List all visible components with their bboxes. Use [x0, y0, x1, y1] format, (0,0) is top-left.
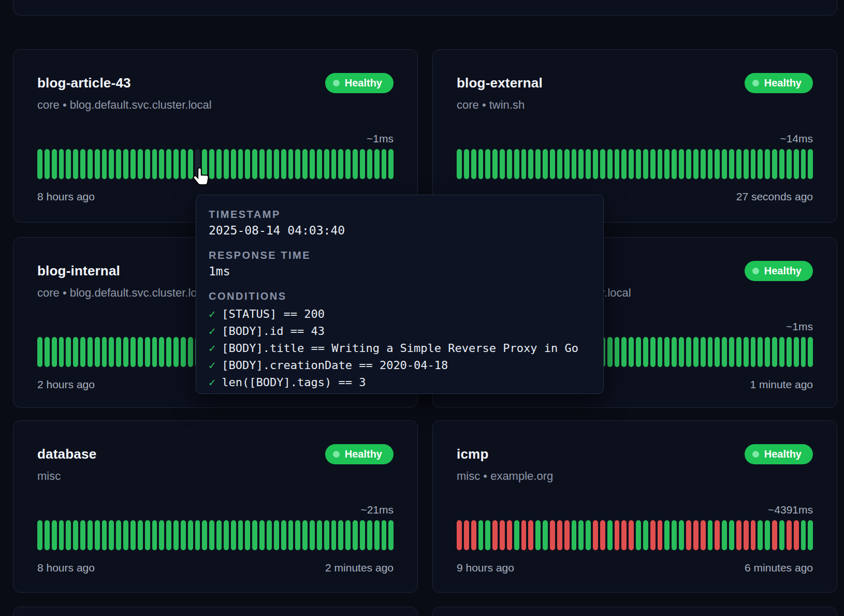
uptime-bar-success[interactable] [173, 520, 179, 550]
uptime-bar-success[interactable] [130, 520, 136, 550]
uptime-bar-failure[interactable] [751, 520, 756, 550]
uptime-bar-success[interactable] [808, 149, 813, 179]
uptime-bar-success[interactable] [45, 520, 50, 550]
uptime-bar-failure[interactable] [550, 520, 555, 550]
uptime-bar-success[interactable] [388, 520, 394, 550]
uptime-bar-success[interactable] [686, 149, 691, 179]
uptime-bar-success[interactable] [102, 149, 107, 179]
uptime-bar-failure[interactable] [794, 520, 799, 550]
uptime-bar-success[interactable] [166, 520, 171, 550]
uptime-bar-success[interactable] [578, 149, 584, 179]
uptime-bar-success[interactable] [123, 337, 128, 367]
uptime-bar-success[interactable] [679, 149, 684, 179]
uptime-bar-success[interactable] [173, 337, 179, 367]
uptime-bar-success[interactable] [202, 520, 207, 550]
uptime-bars[interactable] [37, 149, 394, 179]
uptime-bar-success[interactable] [159, 149, 164, 179]
uptime-bar-success[interactable] [471, 149, 476, 179]
uptime-bar-success[interactable] [288, 149, 294, 179]
uptime-bar-success[interactable] [310, 520, 315, 550]
uptime-bar-success[interactable] [338, 149, 343, 179]
uptime-bar-failure[interactable] [621, 520, 627, 550]
uptime-bar-success[interactable] [209, 520, 214, 550]
uptime-bar-success[interactable] [751, 149, 756, 179]
uptime-bar-failure[interactable] [650, 520, 656, 550]
uptime-bar-success[interactable] [779, 149, 784, 179]
uptime-bar-success[interactable] [52, 520, 57, 550]
uptime-bar-success[interactable] [621, 337, 627, 367]
uptime-bar-success[interactable] [564, 149, 570, 179]
uptime-bar-success[interactable] [744, 149, 749, 179]
uptime-bars[interactable] [457, 149, 813, 179]
uptime-bar-success[interactable] [388, 149, 394, 179]
uptime-bar-success[interactable] [123, 149, 128, 179]
uptime-bar-success[interactable] [765, 520, 770, 550]
uptime-bar-failure[interactable] [701, 520, 706, 550]
uptime-bar-failure[interactable] [521, 520, 527, 550]
uptime-bar-success[interactable] [73, 337, 78, 367]
uptime-bar-success[interactable] [181, 149, 186, 179]
uptime-bar-failure[interactable] [736, 520, 741, 550]
uptime-bar-success[interactable] [801, 337, 806, 367]
uptime-bar-success[interactable] [80, 149, 85, 179]
uptime-bar-success[interactable] [779, 337, 784, 367]
uptime-bar-success[interactable] [281, 149, 286, 179]
uptime-bar-success[interactable] [181, 520, 186, 550]
uptime-bar-success[interactable] [37, 149, 42, 179]
service-card-database[interactable]: database Healthy misc ~21ms 8 hours ago … [13, 420, 418, 593]
uptime-bar-success[interactable] [224, 149, 229, 179]
uptime-bar-success[interactable] [478, 149, 484, 179]
uptime-bar-success[interactable] [478, 520, 484, 550]
uptime-bar-success[interactable] [607, 337, 613, 367]
uptime-bar-success[interactable] [152, 149, 157, 179]
uptime-bar-success[interactable] [600, 149, 605, 179]
uptime-bar-success[interactable] [231, 520, 236, 550]
uptime-bar-success[interactable] [59, 337, 64, 367]
uptime-bar-success[interactable] [636, 337, 641, 367]
uptime-bar-failure[interactable] [658, 520, 663, 550]
uptime-bar-success[interactable] [281, 520, 286, 550]
uptime-bar-success[interactable] [679, 520, 684, 550]
uptime-bar-success[interactable] [66, 337, 71, 367]
uptime-bar-success[interactable] [729, 337, 734, 367]
uptime-bar-success[interactable] [686, 337, 691, 367]
uptime-bar-success[interactable] [95, 149, 100, 179]
uptime-bar-success[interactable] [729, 149, 734, 179]
uptime-bar-failure[interactable] [492, 520, 498, 550]
uptime-bar-success[interactable] [367, 520, 372, 550]
uptime-bar-success[interactable] [80, 520, 85, 550]
uptime-bar-success[interactable] [664, 149, 670, 179]
uptime-bar-success[interactable] [787, 149, 792, 179]
uptime-bar-success[interactable] [578, 520, 584, 550]
uptime-bar-success[interactable] [66, 520, 71, 550]
uptime-bar-success[interactable] [507, 149, 512, 179]
uptime-bar-success[interactable] [672, 149, 677, 179]
uptime-bar-success[interactable] [159, 337, 164, 367]
uptime-bar-success[interactable] [751, 337, 756, 367]
uptime-bar-success[interactable] [138, 337, 143, 367]
uptime-bar-success[interactable] [116, 520, 121, 550]
uptime-bar-success[interactable] [353, 520, 358, 550]
uptime-bar-success[interactable] [59, 149, 64, 179]
uptime-bar-failure[interactable] [507, 520, 512, 550]
uptime-bar-success[interactable] [636, 520, 641, 550]
uptime-bar-success[interactable] [658, 337, 663, 367]
uptime-bar-failure[interactable] [715, 520, 720, 550]
uptime-bar-success[interactable] [528, 149, 533, 179]
uptime-bar-success[interactable] [607, 149, 613, 179]
uptime-bar-success[interactable] [317, 149, 322, 179]
uptime-bar-success[interactable] [382, 149, 387, 179]
service-card-partial-bottom-left[interactable] [13, 607, 418, 616]
uptime-bar-success[interactable] [765, 337, 770, 367]
uptime-bar-success[interactable] [664, 520, 670, 550]
uptime-bar-success[interactable] [195, 520, 200, 550]
uptime-bar-success[interactable] [188, 520, 193, 550]
uptime-bars[interactable] [457, 520, 813, 550]
uptime-bar-success[interactable] [145, 337, 150, 367]
uptime-bar-success[interactable] [73, 520, 78, 550]
uptime-bar-success[interactable] [109, 149, 114, 179]
uptime-bar-success[interactable] [267, 149, 272, 179]
uptime-bar-success[interactable] [779, 520, 784, 550]
uptime-bar-success[interactable] [345, 520, 351, 550]
uptime-bar-success[interactable] [345, 149, 351, 179]
